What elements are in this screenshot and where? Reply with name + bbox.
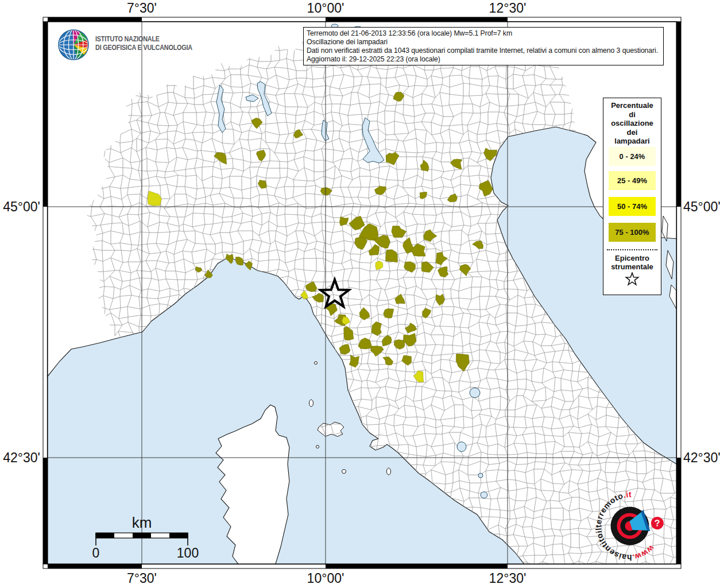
ingv-logo: ISTITUTO NAZIONALE DI GEOFISICA E VULCAN… bbox=[95, 34, 192, 52]
axis-label-left-45: 45°00' bbox=[0, 199, 40, 215]
ingv-logo-line1: ISTITUTO NAZIONALE bbox=[95, 34, 192, 43]
epicenter-star-icon bbox=[625, 272, 640, 288]
title-line-updated: Aggiornato il: 29-12-2025 22:23 (ora loc… bbox=[307, 55, 660, 64]
legend-swatch-50-74: 50 - 74% bbox=[609, 197, 656, 216]
page: km0100www.haisentitoilterremoto.it? 7°30… bbox=[0, 0, 720, 588]
ingv-globe-icon bbox=[59, 30, 88, 60]
title-box: Terremoto del 21-06-2013 12:33:56 (ora l… bbox=[303, 27, 664, 65]
ingv-logo-line2: DI GEOFISICA E VULCANOLOGIA bbox=[95, 43, 192, 52]
axis-label-top-1000: 10°00' bbox=[285, 1, 366, 16]
axis-label-top-1230: 12°30' bbox=[467, 1, 548, 16]
svg-text:100: 100 bbox=[177, 546, 199, 560]
title-line-effect: Oscillazione dei lampadari bbox=[307, 38, 660, 47]
title-line-source: Dati non verificati estratti da 1043 que… bbox=[307, 47, 660, 55]
title-line-event: Terremoto del 21-06-2013 12:33:56 (ora l… bbox=[307, 29, 660, 38]
svg-text:0: 0 bbox=[92, 546, 100, 560]
svg-text:km: km bbox=[132, 514, 152, 531]
axis-label-left-4230: 42°30' bbox=[0, 450, 40, 466]
legend-epicenter-label: Epicentro strumentale bbox=[603, 254, 661, 271]
svg-text:?: ? bbox=[654, 518, 660, 528]
axis-label-top-730: 7°30' bbox=[102, 1, 182, 16]
legend: Percentuale di oscillazione dei lampadar… bbox=[603, 98, 661, 295]
legend-separator bbox=[607, 249, 657, 250]
legend-swatch-0-24: 0 - 24% bbox=[609, 147, 656, 166]
axis-label-right-4230: 42°30' bbox=[683, 450, 720, 466]
axis-label-bottom-730: 7°30' bbox=[102, 571, 182, 586]
legend-title: Percentuale di oscillazione dei lampadar… bbox=[603, 101, 661, 146]
axis-label-bottom-1230: 12°30' bbox=[467, 571, 548, 586]
legend-swatch-25-49: 25 - 49% bbox=[609, 171, 656, 190]
axis-label-bottom-1000: 10°00' bbox=[285, 571, 366, 586]
axis-label-right-45: 45°00' bbox=[683, 199, 720, 215]
legend-swatch-75-100: 75 - 100% bbox=[609, 223, 656, 242]
